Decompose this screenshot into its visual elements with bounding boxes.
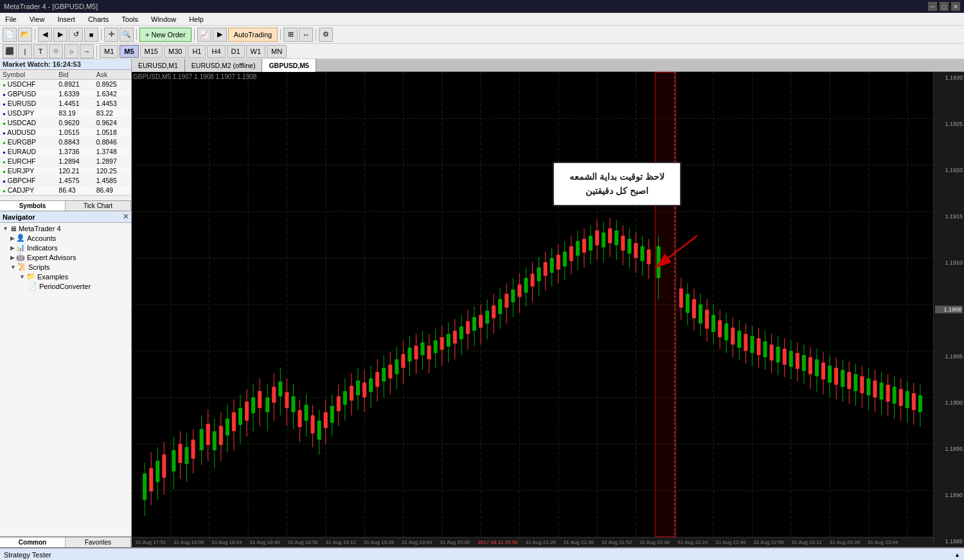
ask-cell: 1.3748 <box>94 147 131 157</box>
period-m1[interactable]: M1 <box>100 45 118 58</box>
bt-resize-icon[interactable]: ▲ <box>954 552 960 558</box>
cursor-tool[interactable]: | <box>18 44 32 58</box>
menu-file[interactable]: File <box>3 15 19 24</box>
nav-item-scripts[interactable]: ▼ 📜 Scripts <box>0 262 131 272</box>
close-button[interactable]: ✕ <box>951 2 960 11</box>
market-watch-row[interactable]: ● EURJPY 120.21 120.25 <box>0 166 131 176</box>
period-m5[interactable]: M5 <box>120 45 138 58</box>
menu-tools[interactable]: Tools <box>119 15 141 24</box>
back-button[interactable]: ◀ <box>38 28 52 42</box>
chart-tab-eurusd-m1[interactable]: EURUSD,M1 <box>132 59 185 72</box>
line-tool[interactable]: ⬛ <box>3 44 17 58</box>
zoom-in-button[interactable]: 🔍 <box>120 28 134 42</box>
new-order-label: New Order <box>151 31 185 39</box>
tab-favorites[interactable]: Favorites <box>66 538 131 547</box>
svg-rect-150 <box>524 278 528 293</box>
ellipse-tool[interactable]: ○ <box>64 44 78 58</box>
period-mn[interactable]: MN <box>267 45 287 58</box>
period-w1[interactable]: W1 <box>246 45 266 58</box>
navigator-close[interactable]: ✕ <box>123 213 129 221</box>
market-watch-row[interactable]: ● CADJPY 86.43 86.49 <box>0 186 131 195</box>
svg-rect-74 <box>285 392 289 408</box>
menu-window[interactable]: Window <box>148 15 179 24</box>
bid-cell: 1.6339 <box>56 89 93 99</box>
config-btn[interactable]: ⚙ <box>319 28 333 42</box>
svg-rect-206 <box>724 324 728 340</box>
stop-button[interactable]: ■ <box>84 28 98 42</box>
separator-6 <box>316 29 316 40</box>
ask-cell: 83.22 <box>94 109 131 118</box>
market-watch-row[interactable]: ● GBPCHF 1.4575 1.4585 <box>0 176 131 186</box>
nav-item-accounts[interactable]: ▶ 👤 Accounts <box>0 233 131 243</box>
market-watch-row[interactable]: ● EURGBP 0.8843 0.8846 <box>0 137 131 147</box>
maximize-button[interactable]: □ <box>940 2 949 11</box>
menu-help[interactable]: Help <box>186 15 206 24</box>
tab-common[interactable]: Common <box>0 538 66 547</box>
nav-item-period-converter[interactable]: 📄 PeriodConverter <box>0 281 131 291</box>
menu-view[interactable]: View <box>27 15 48 24</box>
chart-scroll[interactable]: ↔ <box>299 28 313 42</box>
svg-rect-224 <box>783 349 787 365</box>
tab-symbols[interactable]: Symbols <box>0 201 66 211</box>
svg-rect-208 <box>731 328 735 344</box>
period-d1[interactable]: D1 <box>227 45 245 58</box>
period-m15[interactable]: M15 <box>140 45 163 58</box>
market-watch-row[interactable]: ● USDCAD 0.9620 0.9624 <box>0 118 131 128</box>
market-watch-row[interactable]: ● EURCHF 1.2894 1.2897 <box>0 157 131 166</box>
new-order-button[interactable]: + New Order <box>139 28 192 42</box>
market-watch-row[interactable]: ● GBPUSD 1.6339 1.6342 <box>0 89 131 99</box>
period-m30[interactable]: M30 <box>164 45 186 58</box>
arrow-tool[interactable]: → <box>80 44 94 58</box>
svg-rect-186 <box>640 247 644 261</box>
autotrading-button[interactable]: AutoTrading <box>228 28 278 42</box>
chart-tab-eurusd-m2[interactable]: EURUSD,M2 (offline) <box>185 59 263 72</box>
symbol-cell: ● USDCHF <box>0 80 56 89</box>
autotrading-label: AutoTrading <box>234 31 272 39</box>
svg-rect-266 <box>918 396 922 412</box>
crosshair-button[interactable]: ✛ <box>104 28 118 42</box>
title-bar: MetaTrader 4 - [GBPUSD,M5] ─ □ ✕ <box>0 0 964 13</box>
chart-zoom-fit[interactable]: ⊞ <box>283 28 298 42</box>
chart-tab-gbpusd-m5[interactable]: GBPUSD,M5 <box>262 59 316 72</box>
nav-item-expert-advisors[interactable]: ▶ 🤖 Expert Advisors <box>0 252 131 262</box>
nav-item-root[interactable]: ▼ 🖥 MetaTrader 4 <box>0 224 131 233</box>
forward-button[interactable]: ▶ <box>53 28 67 42</box>
nav-item-examples[interactable]: ▼ 📁 Examples <box>0 272 131 281</box>
svg-rect-174 <box>602 232 605 247</box>
market-watch-row[interactable]: ● EURAUD 1.3736 1.3748 <box>0 147 131 157</box>
svg-rect-214 <box>750 336 754 353</box>
ask-cell: 1.6342 <box>94 89 131 99</box>
tab-tick-chart[interactable]: Tick Chart <box>66 201 131 211</box>
minimize-button[interactable]: ─ <box>928 2 937 11</box>
navigator-title: Navigator <box>3 213 35 221</box>
price-label-11: 1.1885 <box>935 538 963 545</box>
text-tool[interactable]: T <box>33 44 48 58</box>
nav-item-indicators[interactable]: ▶ 📊 Indicators <box>0 243 131 252</box>
market-watch-row[interactable]: ● AUDUSD 1.0515 1.0518 <box>0 128 131 137</box>
refresh-button[interactable]: ↺ <box>69 28 83 42</box>
svg-rect-194 <box>686 294 690 313</box>
bottom-nav-tabs: Common Favorites <box>0 537 131 547</box>
open-button[interactable]: 📂 <box>18 28 32 42</box>
price-label-5: 1.1910 <box>935 259 963 266</box>
nav-label-period-converter: PeriodConverter <box>39 283 91 290</box>
svg-rect-184 <box>634 243 638 258</box>
svg-rect-34 <box>149 468 153 491</box>
menu-insert[interactable]: Insert <box>55 15 78 24</box>
svg-rect-196 <box>692 299 696 319</box>
time-label-20: 31 Aug 23:44 <box>864 539 902 545</box>
new-button[interactable]: 📄 <box>3 28 17 42</box>
market-watch-row[interactable]: ● USDJPY 83.19 83.22 <box>0 109 131 118</box>
market-watch-row[interactable]: ● EURUSD 1.4451 1.4453 <box>0 99 131 109</box>
menu-charts[interactable]: Charts <box>85 15 111 24</box>
nav-label-indicators: Indicators <box>27 244 58 252</box>
market-watch-row[interactable]: ● USDCHF 0.8921 0.8925 <box>0 80 131 89</box>
chart-indicator-button[interactable]: 📈 <box>197 28 211 42</box>
price-label-8: 1.1900 <box>935 399 963 406</box>
icon-tool[interactable]: ☆ <box>49 44 63 58</box>
period-h4[interactable]: H4 <box>207 45 225 58</box>
svg-rect-130 <box>460 327 463 340</box>
period-h1[interactable]: H1 <box>188 45 206 58</box>
svg-rect-216 <box>756 338 760 355</box>
separator-4 <box>194 29 195 40</box>
